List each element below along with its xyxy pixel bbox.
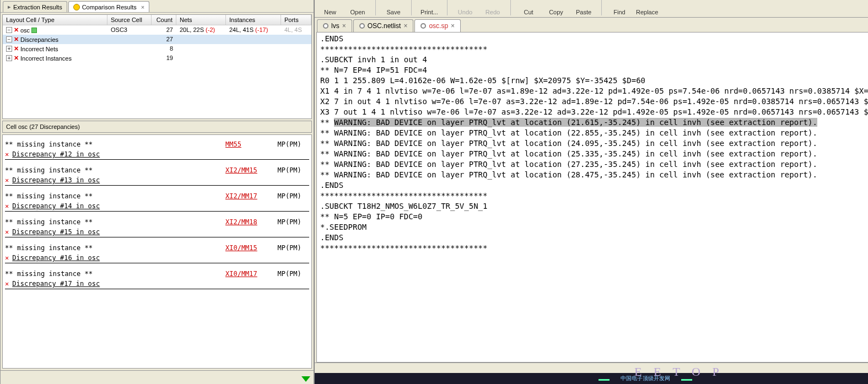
cut-button[interactable]: Cut xyxy=(517,9,540,15)
instance-link[interactable]: XI2/MM17 xyxy=(225,192,269,200)
tree-row-incorrect-nets[interactable]: +✕Incorrect Nets 8 xyxy=(3,44,311,53)
missing-instance-msg: ** missing instance ** xyxy=(5,270,225,278)
editor-tab-lvs[interactable]: lvs× xyxy=(317,19,352,32)
copy-button[interactable]: Copy xyxy=(545,9,567,15)
instance-link[interactable]: XI2/MM18 xyxy=(225,218,269,226)
separator xyxy=(411,0,412,15)
middle-panel: ▸Extraction Results Comparison Results× … xyxy=(1,0,315,384)
close-icon[interactable]: × xyxy=(141,4,144,10)
instance-type: MP(PM) xyxy=(277,244,301,252)
separator xyxy=(447,0,448,15)
tree-header: Layout Cell / Type Source Cell Count Net… xyxy=(3,15,311,25)
instance-type: MP(PM) xyxy=(277,270,301,278)
results-tree[interactable]: Layout Cell / Type Source Cell Count Net… xyxy=(2,14,312,119)
tab-label: OSC.netlist xyxy=(368,22,401,30)
x-icon: ✕ xyxy=(5,254,9,262)
open-button[interactable]: Open xyxy=(347,9,369,15)
instance-type: MP(PM) xyxy=(277,166,301,174)
editor-statusbar: E E T O P Ln 71, Col 108 INS xyxy=(315,363,868,373)
missing-instance-msg: ** missing instance ** xyxy=(5,140,225,148)
col-header-instances[interactable]: Instances xyxy=(226,15,281,25)
results-tabstrip: ▸Extraction Results Comparison Results× xyxy=(1,0,314,13)
tree-icon: ▸ xyxy=(8,3,11,10)
watermark: E E T O P xyxy=(634,365,724,379)
instance-link[interactable]: XI0/MM17 xyxy=(225,270,269,278)
missing-instance-msg: ** missing instance ** xyxy=(5,218,225,226)
deco-icon: ▬▬ xyxy=(599,376,610,382)
instance-link[interactable]: XI0/MM15 xyxy=(225,244,269,252)
middle-statusbar xyxy=(1,370,314,384)
instance-link[interactable]: MM55 xyxy=(225,140,269,148)
footer: ▬▬ 中国电子顶级开发网 ▬▬ xyxy=(315,373,868,384)
col-header-layout[interactable]: Layout Cell / Type xyxy=(3,15,107,25)
undo-button[interactable]: Undo xyxy=(454,9,476,15)
tab-comparison-results[interactable]: Comparison Results× xyxy=(68,1,149,12)
instance-type: MP(PM) xyxy=(277,218,301,226)
save-button[interactable]: Save xyxy=(382,9,405,15)
discrepancy-link[interactable]: Discrepancy #16 in osc xyxy=(12,254,100,262)
editor-tabstrip: lvs×OSC.netlist×osc.sp× xyxy=(315,18,868,32)
find-button[interactable]: Find xyxy=(608,9,630,15)
expander-icon[interactable]: + xyxy=(6,46,12,52)
separator xyxy=(601,0,602,15)
redo-button[interactable]: Redo xyxy=(482,9,504,15)
x-icon: ✕ xyxy=(5,176,9,184)
instance-type: MP(PM) xyxy=(277,192,301,200)
col-header-count[interactable]: Count xyxy=(152,15,176,25)
missing-instance-msg: ** missing instance ** xyxy=(5,166,225,174)
x-icon: ✕ xyxy=(5,228,9,236)
discrepancy-link[interactable]: Discrepancy #12 in osc xyxy=(12,150,100,158)
x-icon: ✕ xyxy=(5,150,9,158)
arrow-down-icon[interactable] xyxy=(301,376,310,382)
file-icon xyxy=(420,23,426,29)
col-header-source[interactable]: Source Cell xyxy=(107,15,152,25)
discrepancy-link[interactable]: Discrepancy #14 in osc xyxy=(12,202,100,210)
editor-tab-osc.sp[interactable]: osc.sp× xyxy=(414,19,461,32)
discrepancy-list[interactable]: ** missing instance **MM55 MP(PM)✕Discre… xyxy=(2,134,312,369)
x-icon: ✕ xyxy=(5,280,9,288)
face-icon xyxy=(73,4,80,10)
editor-pane: New Open Save Print... Undo Redo Cut Cop… xyxy=(315,0,868,384)
discrepancy-link[interactable]: Discrepancy #15 in osc xyxy=(12,228,100,236)
expander-icon[interactable]: + xyxy=(6,55,12,61)
tree-row-osc[interactable]: −✕osc OSC3 27 20L, 22S (-2) 24L, 41S (-1… xyxy=(3,25,311,35)
expander-icon[interactable]: − xyxy=(6,27,12,33)
paste-button[interactable]: Paste xyxy=(573,9,595,15)
replace-button[interactable]: Replace xyxy=(636,9,658,15)
x-icon: ✕ xyxy=(5,202,9,210)
col-header-nets[interactable]: Nets xyxy=(176,15,226,25)
missing-instance-msg: ** missing instance ** xyxy=(5,244,225,252)
tab-label: lvs xyxy=(331,22,339,30)
x-icon: ✕ xyxy=(14,26,19,34)
file-icon xyxy=(359,23,365,29)
separator xyxy=(510,0,511,15)
editor-toolbar: New Open Save Print... Undo Redo Cut Cop… xyxy=(315,0,868,18)
close-icon[interactable]: × xyxy=(342,22,346,30)
print-button[interactable]: Print... xyxy=(418,9,440,15)
discrepancy-link[interactable]: Discrepancy #13 in osc xyxy=(12,176,100,184)
editor-tab-OSC.netlist[interactable]: OSC.netlist× xyxy=(353,19,414,32)
cell-header: Cell osc (27 Discrepancies) xyxy=(2,121,312,133)
chip-icon xyxy=(31,28,37,33)
code-editor[interactable]: .ENDS **********************************… xyxy=(316,32,868,363)
tree-row-discrepancies[interactable]: −✕Discrepancies 27 xyxy=(3,35,311,44)
expander-icon[interactable]: − xyxy=(6,36,12,42)
col-header-ports[interactable]: Ports xyxy=(281,15,311,25)
x-icon: ✕ xyxy=(14,45,19,52)
missing-instance-msg: ** missing instance ** xyxy=(5,192,225,200)
tab-extraction-results[interactable]: ▸Extraction Results xyxy=(3,1,67,12)
discrepancy-link[interactable]: Discrepancy #17 in osc xyxy=(12,280,100,288)
tab-label: osc.sp xyxy=(429,22,448,30)
instance-link[interactable]: XI2/MM15 xyxy=(225,166,269,174)
close-icon[interactable]: × xyxy=(403,22,407,30)
tree-row-incorrect-instances[interactable]: +✕Incorrect Instances 19 xyxy=(3,53,311,63)
x-icon: ✕ xyxy=(14,36,19,43)
separator xyxy=(375,0,376,15)
new-button[interactable]: New xyxy=(319,9,341,15)
close-icon[interactable]: × xyxy=(451,22,455,30)
instance-type: MP(PM) xyxy=(277,140,301,148)
x-icon: ✕ xyxy=(14,55,19,62)
file-icon xyxy=(323,23,328,29)
